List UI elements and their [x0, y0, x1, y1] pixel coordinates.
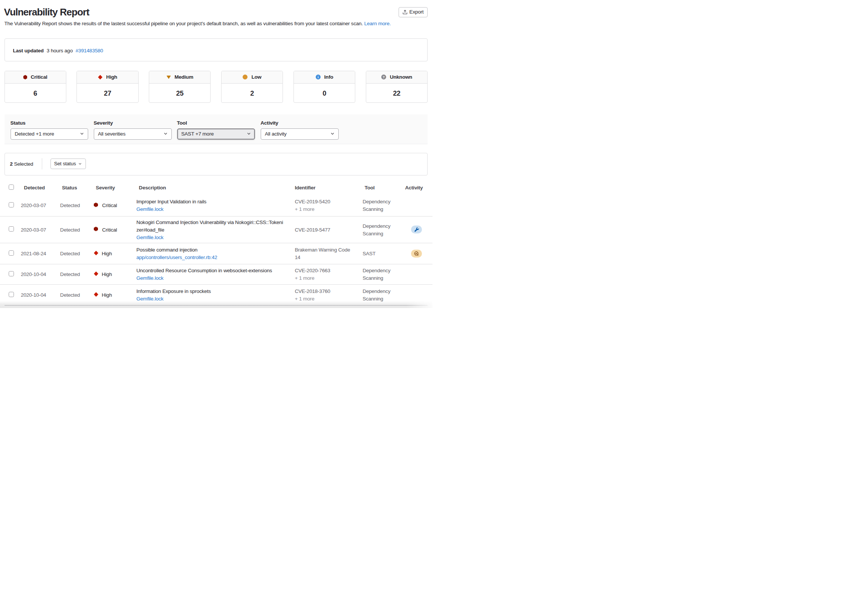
svg-text:?: ? — [383, 75, 384, 79]
